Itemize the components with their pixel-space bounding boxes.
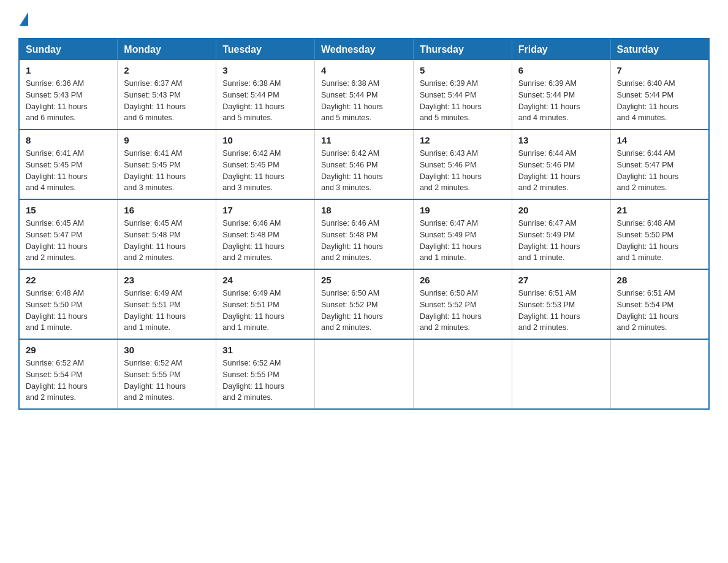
- day-number: 6: [518, 65, 604, 75]
- day-info: Sunrise: 6:52 AMSunset: 5:55 PMDaylight:…: [124, 359, 186, 402]
- header-day-monday: Monday: [118, 39, 216, 60]
- calendar-cell: 14Sunrise: 6:44 AMSunset: 5:47 PMDayligh…: [610, 129, 709, 199]
- calendar-cell: 23Sunrise: 6:49 AMSunset: 5:51 PMDayligh…: [118, 269, 216, 339]
- day-info: Sunrise: 6:39 AMSunset: 5:44 PMDaylight:…: [420, 79, 482, 122]
- day-number: 2: [124, 65, 210, 75]
- logo-triangle-icon: [20, 12, 28, 26]
- calendar-header-row: SundayMondayTuesdayWednesdayThursdayFrid…: [19, 39, 709, 60]
- calendar-cell: [610, 339, 709, 409]
- day-info: Sunrise: 6:44 AMSunset: 5:46 PMDaylight:…: [518, 149, 580, 192]
- day-number: 12: [420, 135, 506, 145]
- calendar-cell: 2Sunrise: 6:37 AMSunset: 5:43 PMDaylight…: [118, 60, 216, 129]
- day-info: Sunrise: 6:47 AMSunset: 5:49 PMDaylight:…: [420, 219, 482, 262]
- calendar-cell: 12Sunrise: 6:43 AMSunset: 5:46 PMDayligh…: [413, 129, 512, 199]
- calendar-cell: [512, 339, 610, 409]
- calendar-cell: 6Sunrise: 6:39 AMSunset: 5:44 PMDaylight…: [512, 60, 610, 129]
- day-number: 11: [321, 135, 407, 145]
- calendar-cell: 28Sunrise: 6:51 AMSunset: 5:54 PMDayligh…: [610, 269, 709, 339]
- calendar-cell: 13Sunrise: 6:44 AMSunset: 5:46 PMDayligh…: [512, 129, 610, 199]
- calendar-week-1: 1Sunrise: 6:36 AMSunset: 5:43 PMDaylight…: [19, 60, 709, 129]
- calendar-week-3: 15Sunrise: 6:45 AMSunset: 5:47 PMDayligh…: [19, 199, 709, 269]
- calendar-cell: 19Sunrise: 6:47 AMSunset: 5:49 PMDayligh…: [413, 199, 512, 269]
- calendar-cell: 4Sunrise: 6:38 AMSunset: 5:44 PMDaylight…: [315, 60, 414, 129]
- day-number: 31: [222, 345, 308, 355]
- header-day-saturday: Saturday: [610, 39, 709, 60]
- day-number: 19: [420, 205, 506, 215]
- day-info: Sunrise: 6:45 AMSunset: 5:47 PMDaylight:…: [26, 219, 88, 262]
- calendar-cell: 3Sunrise: 6:38 AMSunset: 5:44 PMDaylight…: [216, 60, 315, 129]
- day-number: 1: [26, 65, 111, 75]
- day-info: Sunrise: 6:52 AMSunset: 5:54 PMDaylight:…: [26, 359, 88, 402]
- day-info: Sunrise: 6:42 AMSunset: 5:45 PMDaylight:…: [222, 149, 284, 192]
- day-info: Sunrise: 6:43 AMSunset: 5:46 PMDaylight:…: [420, 149, 482, 192]
- day-info: Sunrise: 6:48 AMSunset: 5:50 PMDaylight:…: [617, 219, 679, 262]
- calendar-cell: 20Sunrise: 6:47 AMSunset: 5:49 PMDayligh…: [512, 199, 610, 269]
- day-info: Sunrise: 6:40 AMSunset: 5:44 PMDaylight:…: [617, 79, 679, 122]
- calendar-cell: 7Sunrise: 6:40 AMSunset: 5:44 PMDaylight…: [610, 60, 709, 129]
- calendar-week-4: 22Sunrise: 6:48 AMSunset: 5:50 PMDayligh…: [19, 269, 709, 339]
- calendar-cell: 5Sunrise: 6:39 AMSunset: 5:44 PMDaylight…: [413, 60, 512, 129]
- day-number: 3: [222, 65, 308, 75]
- day-info: Sunrise: 6:41 AMSunset: 5:45 PMDaylight:…: [124, 149, 186, 192]
- day-info: Sunrise: 6:50 AMSunset: 5:52 PMDaylight:…: [420, 289, 482, 332]
- day-number: 21: [617, 205, 702, 215]
- calendar-cell: 11Sunrise: 6:42 AMSunset: 5:46 PMDayligh…: [315, 129, 414, 199]
- calendar-cell: 9Sunrise: 6:41 AMSunset: 5:45 PMDaylight…: [118, 129, 216, 199]
- day-info: Sunrise: 6:52 AMSunset: 5:55 PMDaylight:…: [222, 359, 284, 402]
- calendar-cell: 15Sunrise: 6:45 AMSunset: 5:47 PMDayligh…: [19, 199, 118, 269]
- day-number: 25: [321, 275, 407, 285]
- day-info: Sunrise: 6:42 AMSunset: 5:46 PMDaylight:…: [321, 149, 383, 192]
- day-number: 10: [222, 135, 308, 145]
- day-info: Sunrise: 6:47 AMSunset: 5:49 PMDaylight:…: [518, 219, 580, 262]
- calendar-cell: [315, 339, 414, 409]
- day-number: 5: [420, 65, 506, 75]
- day-number: 4: [321, 65, 407, 75]
- calendar-cell: 27Sunrise: 6:51 AMSunset: 5:53 PMDayligh…: [512, 269, 610, 339]
- day-info: Sunrise: 6:46 AMSunset: 5:48 PMDaylight:…: [321, 219, 383, 262]
- calendar-cell: 1Sunrise: 6:36 AMSunset: 5:43 PMDaylight…: [19, 60, 118, 129]
- calendar-cell: 18Sunrise: 6:46 AMSunset: 5:48 PMDayligh…: [315, 199, 414, 269]
- day-info: Sunrise: 6:38 AMSunset: 5:44 PMDaylight:…: [222, 79, 284, 122]
- day-number: 23: [124, 275, 210, 285]
- day-number: 18: [321, 205, 407, 215]
- calendar-cell: 10Sunrise: 6:42 AMSunset: 5:45 PMDayligh…: [216, 129, 315, 199]
- day-info: Sunrise: 6:38 AMSunset: 5:44 PMDaylight:…: [321, 79, 383, 122]
- calendar-week-2: 8Sunrise: 6:41 AMSunset: 5:45 PMDaylight…: [19, 129, 709, 199]
- day-number: 27: [518, 275, 604, 285]
- calendar-cell: 16Sunrise: 6:45 AMSunset: 5:48 PMDayligh…: [118, 199, 216, 269]
- day-info: Sunrise: 6:51 AMSunset: 5:54 PMDaylight:…: [617, 289, 679, 332]
- calendar-cell: 26Sunrise: 6:50 AMSunset: 5:52 PMDayligh…: [413, 269, 512, 339]
- day-info: Sunrise: 6:41 AMSunset: 5:45 PMDaylight:…: [26, 149, 88, 192]
- calendar-cell: 25Sunrise: 6:50 AMSunset: 5:52 PMDayligh…: [315, 269, 414, 339]
- day-number: 7: [617, 65, 702, 75]
- day-info: Sunrise: 6:44 AMSunset: 5:47 PMDaylight:…: [617, 149, 679, 192]
- day-number: 15: [26, 205, 111, 215]
- day-number: 29: [26, 345, 111, 355]
- day-info: Sunrise: 6:39 AMSunset: 5:44 PMDaylight:…: [518, 79, 580, 122]
- calendar-week-5: 29Sunrise: 6:52 AMSunset: 5:54 PMDayligh…: [19, 339, 709, 409]
- day-info: Sunrise: 6:49 AMSunset: 5:51 PMDaylight:…: [222, 289, 284, 332]
- calendar-cell: 8Sunrise: 6:41 AMSunset: 5:45 PMDaylight…: [19, 129, 118, 199]
- day-info: Sunrise: 6:51 AMSunset: 5:53 PMDaylight:…: [518, 289, 580, 332]
- day-info: Sunrise: 6:48 AMSunset: 5:50 PMDaylight:…: [26, 289, 88, 332]
- header-day-sunday: Sunday: [19, 39, 118, 60]
- day-number: 8: [26, 135, 111, 145]
- calendar-cell: 30Sunrise: 6:52 AMSunset: 5:55 PMDayligh…: [118, 339, 216, 409]
- calendar-cell: 31Sunrise: 6:52 AMSunset: 5:55 PMDayligh…: [216, 339, 315, 409]
- page-header: [18, 12, 710, 27]
- day-number: 17: [222, 205, 308, 215]
- day-number: 16: [124, 205, 210, 215]
- header-day-friday: Friday: [512, 39, 610, 60]
- day-number: 26: [420, 275, 506, 285]
- day-number: 24: [222, 275, 308, 285]
- day-number: 13: [518, 135, 604, 145]
- day-number: 14: [617, 135, 702, 145]
- day-info: Sunrise: 6:49 AMSunset: 5:51 PMDaylight:…: [124, 289, 186, 332]
- day-number: 30: [124, 345, 210, 355]
- calendar-cell: 22Sunrise: 6:48 AMSunset: 5:50 PMDayligh…: [19, 269, 118, 339]
- calendar-cell: 24Sunrise: 6:49 AMSunset: 5:51 PMDayligh…: [216, 269, 315, 339]
- day-info: Sunrise: 6:46 AMSunset: 5:48 PMDaylight:…: [222, 219, 284, 262]
- calendar-table: SundayMondayTuesdayWednesdayThursdayFrid…: [18, 38, 710, 410]
- day-number: 28: [617, 275, 702, 285]
- calendar-cell: 17Sunrise: 6:46 AMSunset: 5:48 PMDayligh…: [216, 199, 315, 269]
